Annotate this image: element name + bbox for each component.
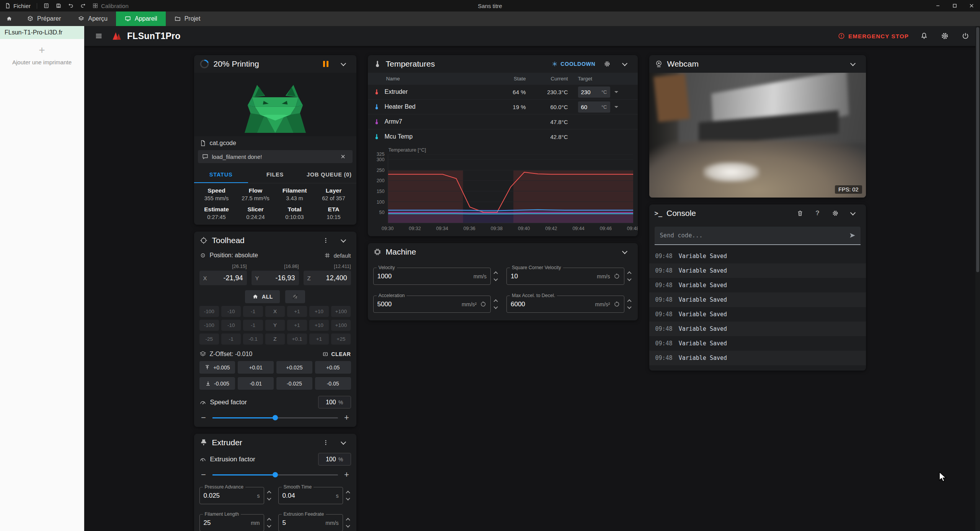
bed-target-input[interactable]: 60 °C [578,101,610,113]
spinner-down-icon[interactable] [267,523,271,528]
square-corner-velocity-field[interactable]: Square Corner Velocity 10 mm/s [506,268,632,285]
field-value[interactable]: 5000 [377,301,460,308]
send-icon[interactable] [849,232,856,239]
pause-button[interactable] [318,56,333,72]
tab-project[interactable]: Projet [166,11,209,26]
field-value[interactable]: 0.04 [283,492,334,500]
tab-status[interactable]: STATUS [194,166,248,183]
toolhead-menu-button[interactable] [318,233,333,248]
console-help-button[interactable]: ? [810,206,825,221]
field-value[interactable]: 6000 [511,301,593,308]
slider-track[interactable] [212,417,338,418]
z-offset-up-button[interactable]: +0.025 [276,361,312,374]
spinner-up-icon[interactable] [267,491,271,495]
add-printer-button[interactable]: + Ajouter une imprimante [0,39,84,72]
jog-button-Y--1[interactable]: -1 [243,320,263,331]
jog-button-Z-+1[interactable]: +1 [309,333,329,345]
jog-button-Y-+10[interactable]: +10 [309,320,329,331]
temperatures-settings-button[interactable] [599,56,615,72]
spinner-down-icon[interactable] [346,523,350,528]
spinner-up-icon[interactable] [493,299,498,304]
tab-prepare[interactable]: Préparer [18,11,69,26]
speed-factor-slider[interactable]: − + [200,414,350,422]
settings-button[interactable] [937,28,952,44]
power-button[interactable] [958,28,973,44]
spinner-down-icon[interactable] [493,277,498,281]
y-position-input[interactable]: Y-16,93 [252,271,299,285]
max-accel-to-decel-field[interactable]: Max Accel. to Decel. 6000 mm/s² [506,296,632,313]
smooth-time-field[interactable]: Smooth Time 0.04 s [278,487,351,504]
z-offset-up-button[interactable]: +0.01 [238,361,274,374]
collapse-extruder-button[interactable] [336,435,351,450]
jog-button-X-X[interactable]: X [265,306,285,317]
jog-button-X-+100[interactable]: +100 [331,306,351,317]
jog-button-Y--100[interactable]: -100 [199,320,219,331]
jog-button-Z--0.1[interactable]: -0.1 [243,333,263,345]
slider-decrease-button[interactable]: − [200,471,207,479]
slider-decrease-button[interactable]: − [200,414,207,422]
spinner-down-icon[interactable] [627,277,631,281]
save-icon[interactable] [56,3,62,9]
spinner-up-icon[interactable] [346,518,350,522]
extrusion-feedrate-field[interactable]: Extrusion Feedrate 5 mm/s [278,514,351,531]
jog-button-X-+10[interactable]: +10 [309,306,329,317]
slider-thumb[interactable] [273,472,278,477]
spinner-down-icon[interactable] [346,496,350,500]
jog-button-X-+1[interactable]: +1 [287,306,307,317]
printer-list-item[interactable]: FLsun-T1-Pro-Li3D.fr [0,26,84,39]
jog-button-Z-+25[interactable]: +25 [331,333,351,345]
close-button[interactable] [963,0,980,11]
spinner-up-icon[interactable] [627,271,631,276]
collapse-webcam-button[interactable] [845,56,861,72]
collapse-toolhead-button[interactable] [336,233,351,248]
z-offset-down-button[interactable]: -0.025 [276,377,312,390]
reset-icon[interactable] [614,301,620,307]
tab-preview[interactable]: Aperçu [69,11,116,26]
field-value[interactable]: 0.025 [204,492,255,500]
jog-button-Y--10[interactable]: -10 [221,320,241,331]
z-offset-clear-button[interactable]: CLEAR [322,351,351,357]
jog-button-Z-Z[interactable]: Z [265,333,285,345]
z-offset-down-button[interactable]: -0.005 [199,377,235,390]
field-value[interactable]: 1000 [377,273,471,280]
page-scrollbar[interactable] [975,26,980,531]
maximize-button[interactable] [946,0,963,11]
field-value[interactable]: 5 [283,519,323,527]
speed-factor-input[interactable]: 100 % [318,396,351,408]
z-offset-down-button[interactable]: -0.01 [238,377,274,390]
extrusion-factor-slider[interactable]: − + [200,471,350,479]
cooldown-button[interactable]: COOLDOWN [552,61,595,67]
notifications-button[interactable] [916,28,932,44]
tab-files[interactable]: FILES [248,166,302,183]
emergency-stop-button[interactable]: EMERGENCY STOP [838,33,909,39]
console-command-input[interactable] [659,232,849,239]
redo-icon[interactable] [80,3,86,9]
spinner-down-icon[interactable] [267,496,271,500]
jog-button-Y-Y[interactable]: Y [265,320,285,331]
home-all-button[interactable]: ALL [245,290,280,303]
spinner-up-icon[interactable] [627,299,631,304]
target-dropdown-icon[interactable] [614,106,618,108]
field-value[interactable]: 10 [511,273,595,280]
calibration-button[interactable]: Calibration [92,3,129,9]
dismiss-message-button[interactable] [337,151,349,162]
z-offset-down-button[interactable]: -0.05 [315,377,351,390]
extruder-menu-button[interactable] [318,435,333,450]
file-menu[interactable]: Fichier [5,3,31,9]
filament-length-field[interactable]: Filament Length 25 mm [199,514,272,531]
reset-icon[interactable] [614,273,620,279]
reset-icon[interactable] [480,301,487,307]
extruder-target-input[interactable]: 230 °C [578,87,610,98]
home-tab[interactable] [0,11,18,26]
slider-track[interactable] [212,474,338,475]
acceleration-field[interactable]: Acceleration 5000 mm/s² [373,296,499,313]
x-position-input[interactable]: X-21,94 [199,271,247,285]
menu-button[interactable] [91,28,106,44]
scrollbar-thumb[interactable] [976,27,979,272]
z-position-input[interactable]: Z12,400 [304,271,351,285]
slider-increase-button[interactable]: + [343,471,350,479]
pressure-advance-field[interactable]: Pressure Advance 0.025 s [199,487,272,504]
tab-device[interactable]: Appareil [116,11,166,26]
spinner-up-icon[interactable] [346,491,350,495]
collapse-temperatures-button[interactable] [617,56,632,72]
